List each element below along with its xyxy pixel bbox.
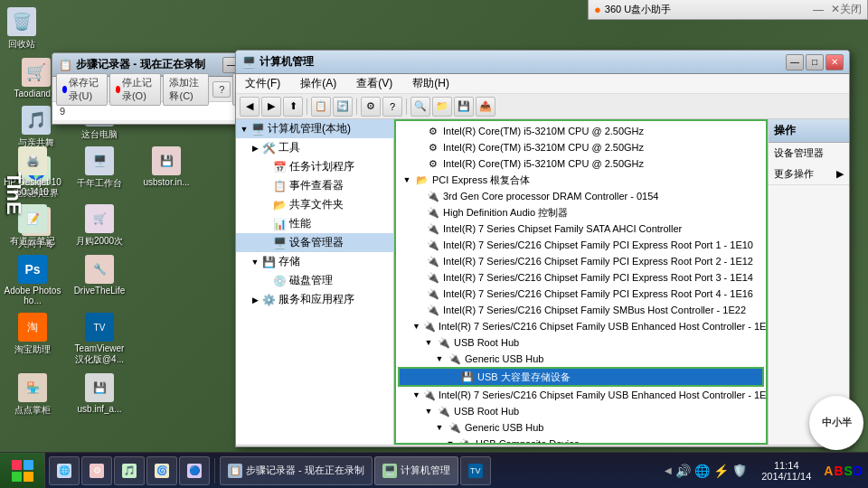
tray-icon-4[interactable]: 🛡️	[732, 464, 747, 477]
desktop-icon-usbinf[interactable]: 💾 usb.inf_a...	[67, 371, 132, 419]
cm-tree-taskplanner[interactable]: 📅 任务计划程序	[236, 157, 393, 176]
desktop-icon-teamviewer[interactable]: TV TeamViewer 汉化版@4...	[67, 310, 132, 369]
device-item-audio[interactable]: 🔌 High Definition Audio 控制器	[398, 204, 764, 221]
cm-extra-btn4[interactable]: 📤	[476, 97, 495, 117]
taskbar-quick-1[interactable]: 🌐	[49, 456, 80, 485]
cm-perf-label: 性能	[289, 216, 311, 231]
device-item-usb-root2[interactable]: ▼ 🔌 USB Root Hub	[398, 403, 764, 419]
360-minimize[interactable]: —	[813, 4, 824, 16]
taskbar-quick-2[interactable]: ⚙	[81, 456, 112, 485]
device-item-usb-ehc2[interactable]: ▼ 🔌 Intel(R) 7 Series/C216 Chipset Famil…	[398, 387, 764, 403]
device-item-usb-hub1[interactable]: ▼ 🔌 Generic USB Hub	[398, 351, 764, 367]
device-item-usb-hub2[interactable]: ▼ 🔌 Generic USB Hub	[398, 419, 764, 436]
cm-close-btn[interactable]: ✕	[826, 54, 844, 70]
taskbar-quick-4[interactable]: 🌀	[146, 456, 177, 485]
taskbar-clock[interactable]: 11:14 2014/11/14	[754, 460, 818, 482]
right-panel-more[interactable]: 更多操作 ▶	[769, 164, 849, 185]
cm-perf-arrow	[261, 220, 270, 229]
device-item-usb-storage[interactable]: 💾 USB 大容量存储设备	[398, 367, 764, 387]
cm-extra-btn2[interactable]: 📁	[432, 97, 452, 117]
cm-menu-file[interactable]: 文件(F)	[240, 74, 286, 93]
cm-menu-help[interactable]: 帮助(H)	[407, 74, 455, 93]
quick-icon-4: 🌀	[155, 464, 169, 478]
cm-extra-btn3[interactable]: 💾	[454, 97, 474, 117]
device-item-pci[interactable]: ▼ 📂 PCI Express 根复合体	[398, 172, 764, 188]
start-button[interactable]	[0, 453, 45, 489]
device-item-pcie4[interactable]: 🔌 Intel(R) 7 Series/C216 Chipset Family …	[398, 286, 764, 302]
cm-show-btn[interactable]: 📋	[311, 97, 331, 117]
cm-help-btn[interactable]: ?	[382, 97, 402, 117]
tray-arrow[interactable]: ◀	[665, 465, 672, 475]
cm-left-panel: ▼ 🖥️ 计算机管理(本地) ▶ 🛠️ 工具 📅 任务计划程序 📋	[236, 119, 394, 445]
cm-maximize-btn[interactable]: □	[806, 54, 824, 70]
steps-taskbar-icon: 📋	[228, 464, 242, 478]
device-item-smbus[interactable]: 🔌 Intel(R) 7 Series/C216 Chipset Family …	[398, 302, 764, 318]
device-item-sata[interactable]: 🔌 Intel(R) 7 Series Chipset Family SATA …	[398, 221, 764, 237]
cm-titlebar: 🖥️ 计算机管理 — □ ✕	[236, 51, 849, 74]
quick-icon-1: 🌐	[57, 464, 71, 478]
steps-add-btn[interactable]: 添加注释(C)	[163, 73, 209, 106]
device-item-usb-ehc1[interactable]: ▼ 🔌 Intel(R) 7 Series/C216 Chipset Famil…	[398, 318, 764, 334]
cm-forward-btn[interactable]: ▶	[261, 97, 281, 117]
computer-management-window: 🖥️ 计算机管理 — □ ✕ 文件(F) 操作(A) 查看(V) 帮助(H) ◀…	[235, 50, 850, 447]
360-title: 360 U盘小助手	[605, 3, 671, 16]
device-item-cpu2[interactable]: ⚙ Intel(R) Core(TM) i5-3210M CPU @ 2.50G…	[398, 139, 764, 155]
device-item-pcie1[interactable]: 🔌 Intel(R) 7 Series/C216 Chipset Family …	[398, 237, 764, 253]
cm-tree-share[interactable]: 📂 共享文件夹	[236, 195, 393, 214]
taskbar-item-teamviewer[interactable]: TV	[460, 456, 491, 485]
steps-help-btn[interactable]: ?	[212, 81, 231, 98]
cm-tree-devmgr[interactable]: 🖥️ 设备管理器	[236, 233, 393, 252]
steps-save-btn[interactable]: 保存记录(U)	[56, 73, 108, 106]
desktop-icon-diandian[interactable]: 🏪 点点掌柜	[0, 371, 65, 419]
taskbar-quick-3[interactable]: 🎵	[114, 456, 145, 485]
desktop-icon-taobao[interactable]: 淘 淘宝助理	[0, 310, 65, 369]
desktop-icon-drivelife[interactable]: 🔧 DriveTheLife	[67, 252, 132, 308]
desktop-icon-qianlichuang[interactable]: 🖥️ 千年工作台	[67, 144, 132, 200]
tray-icon-1[interactable]: 🔊	[675, 464, 691, 478]
cm-share-arrow	[261, 201, 270, 210]
cm-disk-label: 磁盘管理	[289, 273, 333, 288]
desktop-icon-adobe[interactable]: Ps Adobe Photosho...	[0, 252, 65, 308]
cm-tree-services[interactable]: ▶ ⚙️ 服务和应用程序	[236, 290, 393, 309]
tb-sep-2	[356, 99, 357, 115]
stop-icon	[116, 86, 120, 93]
tray-icon-2[interactable]: 🌐	[694, 464, 710, 478]
cm-minimize-btn[interactable]: —	[786, 54, 804, 70]
cm-prop-btn[interactable]: ⚙	[361, 97, 381, 117]
cm-toolbar: ◀ ▶ ⬆ 📋 🔄 ⚙ ? 🔍 📁 💾 📤	[236, 94, 849, 119]
desktop-icon-recycle-bin[interactable]: 🗑️ 回收站	[5, 5, 39, 53]
cm-tree-disk[interactable]: 💿 磁盘管理	[236, 271, 393, 290]
notif-360-bar[interactable]: ● 360 U盘小助手 — ✕关闭	[588, 0, 868, 20]
device-item-cpu1[interactable]: ⚙ Intel(R) Core(TM) i5-3210M CPU @ 2.50G…	[398, 123, 764, 139]
device-item-dram[interactable]: 🔌 3rd Gen Core processor DRAM Controller…	[398, 188, 764, 204]
taskbar-item-cm[interactable]: 🖥️ 计算机管理	[374, 456, 458, 485]
desktop-icon-usbstor[interactable]: 💾 usbstor.in...	[134, 144, 199, 200]
taskbar-quick-5[interactable]: 🔵	[179, 456, 210, 485]
right-panel-devmgr[interactable]: 设备管理器	[769, 143, 849, 164]
device-item-cpu3[interactable]: ⚙ Intel(R) Core(TM) i5-3210M CPU @ 2.50G…	[398, 155, 764, 172]
steps-taskbar-label: 步骤记录器 - 现在正在录制	[246, 464, 364, 477]
cm-tree-tools[interactable]: ▶ 🛠️ 工具	[236, 138, 393, 157]
device-item-usb-composite[interactable]: ▼ 🔌 USB Composite Device	[398, 436, 764, 445]
desktop-icon-yue2000[interactable]: 🛒 月购2000次	[67, 202, 132, 250]
steps-stop-btn[interactable]: 停止记录(O)	[109, 73, 161, 106]
cm-menu-view[interactable]: 查看(V)	[351, 74, 398, 93]
cm-root-arrow: ▼	[240, 125, 249, 134]
device-item-pcie3[interactable]: 🔌 Intel(R) 7 Series/C216 Chipset Family …	[398, 269, 764, 286]
device-item-usb-root1[interactable]: ▼ 🔌 USB Root Hub	[398, 334, 764, 351]
360-close[interactable]: ✕关闭	[831, 2, 862, 17]
cm-up-btn[interactable]: ⬆	[283, 97, 303, 117]
cm-tree-storage[interactable]: ▼ 💾 存储	[236, 252, 393, 271]
cm-taskbar-label: 计算机管理	[401, 464, 450, 477]
desktop: ● 360 U盘小助手 — ✕关闭 🗑️ 回收站 🛒 Taodiand... 🎵…	[0, 0, 868, 488]
tray-icon-3[interactable]: ⚡	[713, 464, 729, 478]
cm-extra-btn[interactable]: 🔍	[410, 97, 430, 117]
cm-refresh-btn[interactable]: 🔄	[333, 97, 353, 117]
cm-tree-perf[interactable]: 📊 性能	[236, 214, 393, 233]
cm-tree-root[interactable]: ▼ 🖥️ 计算机管理(本地)	[236, 119, 393, 138]
taskbar-item-steps[interactable]: 📋 步骤记录器 - 现在正在录制	[220, 456, 373, 485]
cm-back-btn[interactable]: ◀	[240, 97, 259, 117]
device-item-pcie2[interactable]: 🔌 Intel(R) 7 Series/C216 Chipset Family …	[398, 253, 764, 269]
cm-menu-action[interactable]: 操作(A)	[295, 74, 342, 93]
cm-tree-events[interactable]: 📋 事件查看器	[236, 176, 393, 195]
